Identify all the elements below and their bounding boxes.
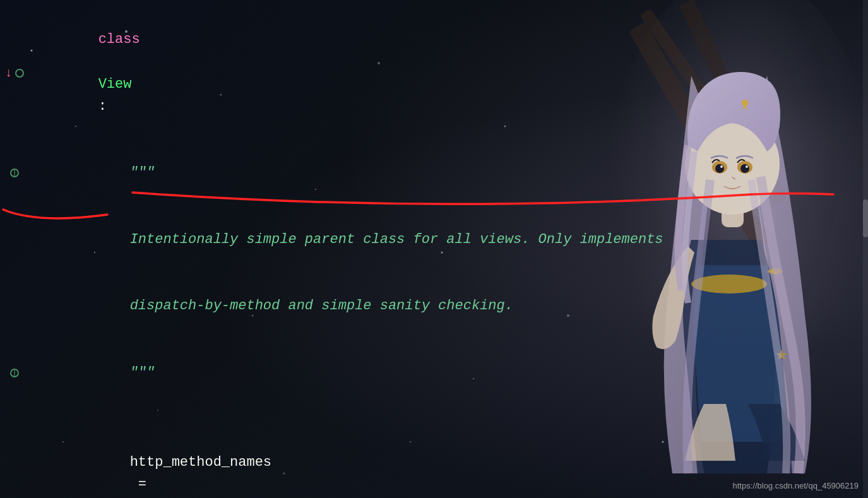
docstring-close: """ — [130, 365, 155, 381]
line-3-text: Intentionally simple parent class for al… — [28, 206, 862, 273]
code-line-5: """ — [0, 340, 868, 406]
space — [98, 54, 107, 69]
code-line-4: dispatch-by-method and simple sanity che… — [0, 273, 868, 340]
code-line-6 — [0, 406, 868, 429]
docstring-open: """ — [130, 165, 155, 181]
gutter-connector-2 — [14, 169, 15, 177]
line-1-text: class View : — [28, 6, 862, 139]
scrollbar-thumb[interactable] — [863, 199, 868, 237]
line-2-text: """ — [28, 139, 862, 206]
var-http-method-names: http_method_names — [130, 454, 271, 470]
gutter-circle-1 — [15, 69, 24, 78]
line-4-text: dispatch-by-method and simple sanity che… — [28, 273, 862, 340]
gutter-1: ↓ — [0, 63, 28, 83]
line-5-text: """ — [28, 340, 862, 406]
scrollbar[interactable] — [863, 0, 868, 498]
watermark-url: https://blog.csdn.net/qq_45906219 — [733, 481, 859, 490]
colon: : — [98, 98, 107, 114]
line-6-text — [28, 406, 862, 429]
watermark: https://blog.csdn.net/qq_45906219 — [733, 481, 859, 490]
arrow-icon: ↓ — [4, 63, 12, 83]
code-line-1: ↓ class View : — [0, 6, 868, 139]
code-line-2: """ — [0, 139, 868, 206]
code-line-3: Intentionally simple parent class for al… — [0, 206, 868, 273]
code-content: ↓ class View : """ — [0, 0, 868, 498]
gutter-2 — [0, 169, 28, 177]
keyword-class: class — [98, 32, 140, 47]
gutter-connector-5 — [14, 369, 15, 377]
docstring-line2: dispatch-by-method and simple sanity che… — [130, 298, 513, 314]
gutter-5 — [0, 369, 28, 377]
docstring-line1: Intentionally simple parent class for al… — [130, 232, 663, 247]
code-editor: ↓ class View : """ — [0, 0, 868, 498]
class-name: View — [98, 76, 132, 92]
assign-op: = — [130, 477, 155, 492]
